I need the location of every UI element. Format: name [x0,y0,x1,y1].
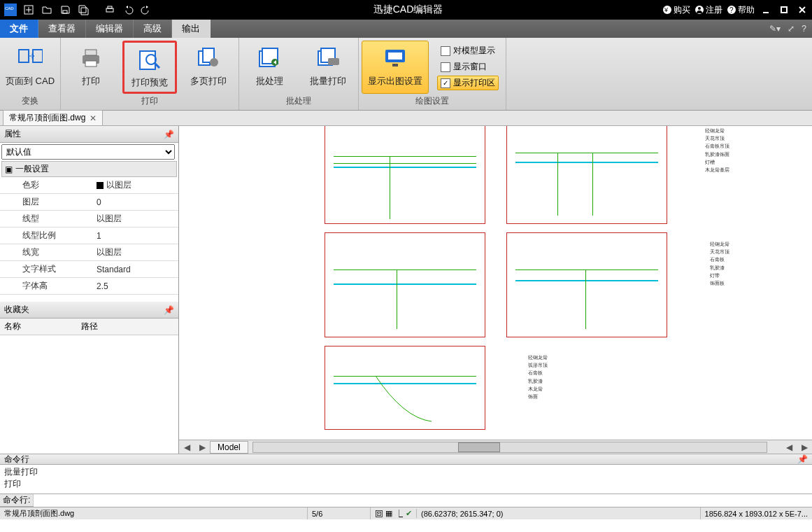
multipage-print-label: 多页打印 [190,75,227,88]
qat-separator [94,2,99,18]
svg-point-28 [210,58,218,66]
tab-file[interactable]: 文件 [0,20,38,38]
svg-rect-34 [328,58,339,65]
status-filename: 常规吊顶剖面图.dwg [0,507,308,519]
opt-printzone-display[interactable]: ✓显示打印区 [437,76,499,90]
drawing-canvas[interactable]: 轻钢龙骨天花吊顶石膏板吊顶乳胶漆饰面木龙骨基层 轻钢龙骨天花吊顶石膏板吊顶乳胶漆… [179,126,812,440]
scroll-right-icon[interactable]: ▶ [797,442,812,452]
tab-next-icon[interactable]: ▶ [194,442,210,452]
snap-icon[interactable]: 🞖 [375,510,383,518]
prop-row-color[interactable]: 色彩以图层 [0,177,178,194]
horizontal-scrollbar[interactable] [252,442,767,453]
page-to-cad-button[interactable]: 页面到 CAD [3,41,57,94]
ribbon-end-icons: ✎▾ ⤢ ? [769,20,812,38]
plot-settings-button[interactable]: 显示出图设置 [362,41,429,94]
minimize-button[interactable] [759,3,773,17]
fav-col-path[interactable]: 路径 [77,318,102,335]
print-preview-button[interactable]: 打印预览 [122,41,177,94]
general-section[interactable]: ▣ 一般设置 [1,161,177,177]
help-button[interactable]: ?帮助 [727,4,755,16]
prop-row-lts[interactable]: 线型比例1 [0,227,178,244]
multipage-print-button[interactable]: 多页打印 [181,41,236,94]
batch-print-button[interactable]: 批量打印 [301,41,355,94]
tab-advanced[interactable]: 高级 [134,20,172,38]
svg-text:CAD: CAD [5,6,14,10]
document-tab-label: 常规吊顶剖面图.dwg [9,112,85,124]
favorites-columns: 名称 路径 [0,318,178,335]
scroll-left-icon[interactable]: ◀ [781,442,797,452]
multipage-icon [196,46,221,71]
opt-window-display[interactable]: 显示窗口 [437,59,499,74]
scrollbar-thumb[interactable] [458,442,500,452]
saveall-icon[interactable] [76,2,91,18]
svg-rect-23 [140,51,155,69]
svg-point-11 [698,7,701,10]
tab-editor[interactable]: 编辑器 [86,20,134,38]
checkbox-icon [441,62,450,72]
pin-icon[interactable]: 📌 [164,130,174,139]
prop-row-textstyle[interactable]: 文字样式Standard [0,261,178,278]
default-select[interactable]: 默认值 [1,144,175,160]
register-label: 注册 [706,4,722,16]
pin-icon[interactable]: 📌 [164,305,174,315]
svg-rect-37 [392,64,398,66]
open-icon[interactable] [39,2,55,18]
print-preview-label: 打印预览 [131,76,168,89]
properties-selector[interactable]: 默认值 [1,144,177,160]
command-panel-header: 命令行 📌 [0,454,812,465]
drawing-tile: 轻钢龙骨天花吊顶石膏板吊顶乳胶漆饰面木龙骨基层 [325,126,485,224]
tab-prev-icon[interactable]: ◀ [179,442,194,452]
favorites-title: 收藏夹 [4,304,29,316]
style-icon[interactable]: ✎▾ [769,24,781,34]
prop-row-linetype[interactable]: 线型以图层 [0,211,178,227]
print-icon[interactable] [102,2,117,18]
redo-icon[interactable] [138,2,154,18]
ribbon: 页面到 CAD 变换 打印 打印预览 多页打印 打印 批处理 [0,38,812,111]
svg-rect-21 [85,50,97,55]
help-icon[interactable]: ? [802,24,806,34]
command-input[interactable] [34,494,812,507]
ribbon-group-plot-settings: 显示出图设置 对模型显示 显示窗口 ✓显示打印区 绘图设置 [359,38,506,110]
model-tab[interactable]: Model [210,441,248,454]
save-icon[interactable] [57,2,73,18]
checkbox-icon [441,46,450,56]
command-history: 批量打印 打印 [0,465,812,494]
tab-viewer[interactable]: 查看器 [38,20,86,38]
status-page: 5/6 [308,507,371,519]
favorites-header: 收藏夹 📌 [0,302,178,318]
pin-icon[interactable]: 📌 [797,454,808,464]
checkbox-icon: ✓ [441,78,450,88]
prop-row-lw[interactable]: 线宽以图层 [0,244,178,261]
svg-rect-18 [19,50,29,62]
osnap-icon[interactable]: ✔ [406,509,412,518]
buy-button[interactable]: ¥购买 [662,4,690,16]
plot-settings-label: 显示出图设置 [368,75,422,88]
close-button[interactable] [795,3,809,17]
grid-icon[interactable]: ▦ [385,509,392,518]
prop-row-textheight[interactable]: 字体高2.5 [0,278,178,295]
svg-text:?: ? [729,6,734,14]
quick-access-toolbar: CAD [3,2,154,18]
app-icon[interactable]: CAD [3,2,18,18]
tab-output[interactable]: 输出 [172,20,211,38]
opt-model-label: 对模型显示 [453,45,495,57]
print-label: 打印 [82,75,100,88]
command-panel-title: 命令行 [4,454,29,465]
ribbon-group-batch: 批处理 批量打印 批处理 [239,38,359,110]
monitor-icon [383,46,408,71]
new-icon[interactable] [21,2,36,18]
title-bar: CAD 迅捷CAD编辑器 ¥购买 注册 ?帮助 [0,0,812,20]
document-tab[interactable]: 常规吊顶剖面图.dwg ✕ [3,110,103,125]
close-icon[interactable]: ✕ [90,113,97,123]
prop-row-layer[interactable]: 图层0 [0,194,178,211]
expand-icon[interactable]: ⤢ [788,24,795,34]
ortho-icon[interactable]: ⎿ [395,510,403,518]
undo-icon[interactable] [120,2,136,18]
fav-col-name[interactable]: 名称 [0,318,77,335]
opt-model-display[interactable]: 对模型显示 [437,43,499,58]
ribbon-tabs: 文件 查看器 编辑器 高级 输出 ✎▾ ⤢ ? [0,20,812,38]
maximize-button[interactable] [777,3,791,17]
batch-button[interactable]: 批处理 [242,41,297,94]
print-button[interactable]: 打印 [64,41,118,94]
register-button[interactable]: 注册 [695,4,722,16]
